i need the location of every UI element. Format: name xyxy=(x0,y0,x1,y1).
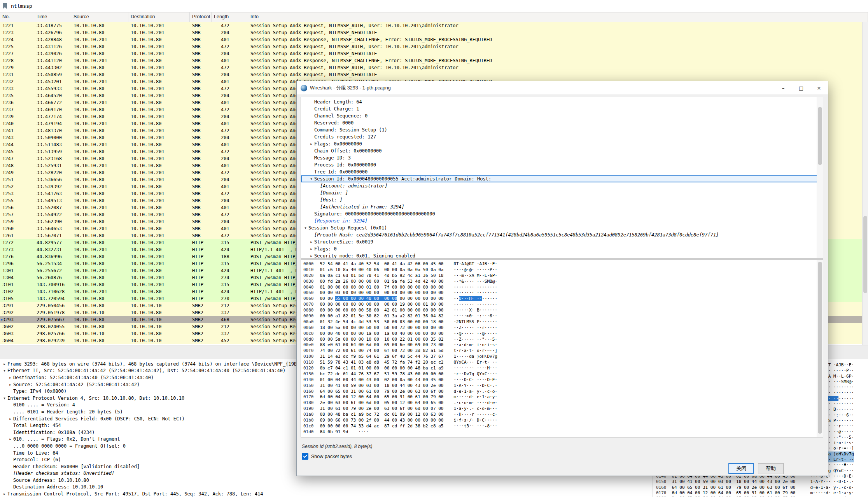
help-button[interactable]: 帮助 xyxy=(758,463,784,474)
hex-row[interactable]: 007000 00 00 00 00 00 00 00 00 00 19 00 … xyxy=(303,302,823,308)
hex-row[interactable]: 01706d 00 04 00 12 00 64 00 65 00 31 00 … xyxy=(303,394,823,400)
packet-row[interactable]: 122333.42679610.10.10.8010.10.10.201SMB2… xyxy=(0,29,868,36)
tree-line[interactable]: [Domain: ] xyxy=(301,189,823,196)
expander-icon[interactable]: ▸ xyxy=(308,240,314,244)
hex-row[interactable]: 01200b e7 04 c1 01 01 00 00 00 00 00 00 … xyxy=(303,366,823,371)
column-header-protocol[interactable]: Protocol xyxy=(190,12,212,22)
tree-line[interactable]: Destination Address: 10.10.10.10 xyxy=(0,484,652,491)
hex-row[interactable]: 0130bc 72 dc 01 44 76 37 67 51 59 78 43 … xyxy=(303,371,823,377)
line-text[interactable]: [Response in: 3294] xyxy=(314,218,368,224)
bookmark-icon[interactable] xyxy=(3,3,7,9)
tree-line[interactable]: Message ID: 3 xyxy=(301,154,823,161)
hex-row[interactable]: 00a001 32 4e 54 4c 4d 53 53 50 00 03 00 … xyxy=(303,319,823,325)
tree-line[interactable]: Process Id: 0x00000000 xyxy=(301,161,823,168)
column-header-destination[interactable]: Destination xyxy=(128,12,190,22)
expander-icon[interactable]: ▸ xyxy=(308,247,314,251)
tree-line[interactable]: Tree Id: 0x00000000 xyxy=(301,168,823,175)
hex-row[interactable]: 01706d 00 04 00 12 00 64 00 65 00 31 00 … xyxy=(656,490,868,496)
tree-line[interactable]: ▸Flags: 0x00000000 xyxy=(301,140,823,147)
packet-row[interactable]: 122933.44330210.10.10.8010.10.10.201SMB4… xyxy=(0,64,868,71)
tree-line[interactable]: Credits requested: 127 xyxy=(301,133,823,140)
hex-row[interactable]: 003000 fd 2a 26 00 00 00 00 01 9a fe 53 … xyxy=(303,279,823,285)
hex-row[interactable]: 01a008 00 48 ba c1 a9 bc 72 dc 01 09 00 … xyxy=(303,412,823,418)
expander-icon[interactable]: ▾ xyxy=(303,226,308,230)
hex-row[interactable]: 008000 00 00 00 00 00 58 00 42 01 00 00 … xyxy=(303,308,823,313)
maximize-icon[interactable]: □ xyxy=(792,81,810,94)
column-header-info[interactable]: Info xyxy=(248,12,868,22)
packet-list-scrollbar[interactable] xyxy=(862,22,868,345)
dialog-hex-scrollbar[interactable] xyxy=(817,260,823,437)
close-icon[interactable]: × xyxy=(810,81,828,94)
hex-row[interactable]: 00b018 00 5a 00 00 00 b0 00 b0 00 72 00 … xyxy=(303,325,823,331)
hex-row[interactable]: 011051 59 78 43 41 03 e8 d8 45 72 fa 74 … xyxy=(303,360,823,366)
scrollbar-thumb[interactable] xyxy=(863,216,867,293)
column-header-time[interactable]: Time xyxy=(34,12,71,22)
dialog-titlebar[interactable]: Wireshark · 分组 3293 · 1-pth.pcapng – □ × xyxy=(297,81,828,95)
tree-line[interactable]: ▸Transmission Control Protocol, Src Port… xyxy=(0,490,652,497)
checkbox-checked-icon[interactable] xyxy=(302,453,308,460)
tree-line[interactable]: Reserved: 0000 xyxy=(301,119,823,126)
hex-row[interactable]: 015031 00 41 00 59 00 03 00 18 00 44 00 … xyxy=(656,479,868,485)
packet-row[interactable]: 122533.43112610.10.10.8010.10.10.201SMB4… xyxy=(0,43,868,50)
packet-row[interactable]: 122433.42884810.10.10.20110.10.10.80SMB4… xyxy=(0,36,868,43)
expander-icon[interactable]: ▸ xyxy=(308,254,314,258)
dialog-tree-scrollbar[interactable] xyxy=(817,97,823,258)
expander-icon[interactable]: ▾ xyxy=(308,177,314,181)
expander-icon[interactable]: ▸ xyxy=(7,376,13,380)
expander-icon[interactable]: ▸ xyxy=(2,362,7,366)
show-packet-bytes-row[interactable]: Show packet bytes xyxy=(302,453,352,460)
hex-row[interactable]: 016064 00 65 00 31 00 61 00 79 00 2e 00 … xyxy=(303,389,823,395)
expander-icon[interactable]: ▸ xyxy=(2,492,7,496)
tree-line[interactable]: Channel Sequence: 0 xyxy=(301,112,823,119)
hex-row[interactable]: 00d000 00 5a 00 00 00 10 00 10 00 22 01 … xyxy=(303,337,823,343)
hex-row[interactable]: 016064 00 65 00 31 00 61 00 79 00 2e 00 … xyxy=(656,485,868,490)
tree-line[interactable]: [Preauth Hash: cea2d356476161d6b2cbb9659… xyxy=(301,231,823,238)
tree-line[interactable]: ▸Flags: 0 xyxy=(301,245,823,252)
hex-row[interactable]: 019031 00 61 00 79 00 2e 00 63 00 6f 00 … xyxy=(303,406,823,412)
hex-row[interactable]: 004001 00 00 00 00 00 01 00 7f 00 00 00 … xyxy=(303,285,823,290)
expander-icon[interactable]: ▸ xyxy=(308,142,314,146)
tree-line[interactable]: Chain Offset: 0x00000000 xyxy=(301,147,823,154)
close-button[interactable]: 关闭 xyxy=(728,463,754,474)
hex-row[interactable]: 01b069 00 66 00 73 00 2f 00 44 00 43 00 … xyxy=(303,418,823,424)
packet-row[interactable]: 122733.43902610.10.10.8010.10.10.201SMB2… xyxy=(0,50,868,57)
tree-line[interactable]: [Authenticated in Frame: 3294] xyxy=(301,203,823,210)
hex-row[interactable]: 00c000 00 40 00 00 00 1a 00 1a 00 40 00 … xyxy=(303,331,823,337)
tree-line[interactable]: Header Length: 64 xyxy=(301,98,823,105)
scrollbar-thumb[interactable] xyxy=(818,262,822,434)
tree-line[interactable]: Command: Session Setup (1) xyxy=(301,126,823,133)
hex-row[interactable]: 01802e 00 63 00 6f 00 6d 00 05 00 12 00 … xyxy=(303,400,823,406)
hex-row[interactable]: 014001 00 04 00 44 00 43 00 02 00 0a 00 … xyxy=(303,377,823,383)
tree-line[interactable]: [Account: administrator] xyxy=(301,182,823,189)
expander-icon[interactable]: ▸ xyxy=(7,383,13,387)
minimize-icon[interactable]: – xyxy=(774,81,792,94)
tree-line[interactable]: ▾Session Setup Request (0x01) xyxy=(301,224,823,231)
scrollbar-thumb[interactable] xyxy=(818,107,822,165)
expander-icon[interactable]: ▾ xyxy=(2,369,7,373)
tree-line[interactable]: Source Address: 10.10.10.80 xyxy=(0,477,652,484)
column-header-source[interactable]: Source xyxy=(71,12,128,22)
expander-icon[interactable]: ▸ xyxy=(7,437,13,441)
hex-row[interactable]: 00e088 e0 61 00 64 00 6d 00 69 00 6e 00 … xyxy=(303,342,823,348)
tree-line[interactable]: Signature: 00000000000000000000000000000… xyxy=(301,210,823,217)
column-header-length[interactable]: Length xyxy=(212,12,248,22)
packet-row[interactable]: 123133.45085910.10.10.8010.10.10.201SMB2… xyxy=(0,71,868,78)
tree-line[interactable]: [Host: ] xyxy=(301,196,823,203)
hex-row[interactable]: 000052 54 00 41 4a 40 52 54 00 41 4a 42 … xyxy=(303,261,823,267)
hex-row[interactable]: 001001 c6 10 8a 40 00 40 06 00 00 0a 0a … xyxy=(303,267,823,273)
hex-row[interactable]: 01d084 0b 91 9d···· xyxy=(303,429,823,435)
hex-row[interactable]: 015031 00 41 00 59 00 03 00 18 00 44 00 … xyxy=(303,383,823,389)
hex-row[interactable]: 01c000 00 00 00 74 33 d4 ac 87 cd ff 2d … xyxy=(303,424,823,429)
tree-line[interactable]: ▾Session Id: 0x0000480000000055 Acct:adm… xyxy=(301,175,823,182)
expander-icon[interactable]: ▸ xyxy=(7,417,13,421)
hex-row[interactable]: 009000 00 a1 82 01 3e 30 82 01 3a a2 82 … xyxy=(303,313,823,319)
hex-row[interactable]: 010031 14 e3 dc f9 b5 64 61 29 6f 48 5c … xyxy=(303,354,823,360)
tree-line[interactable]: ▸StructureSize: 0x0019 xyxy=(301,238,823,245)
column-header-no[interactable]: No. xyxy=(0,12,34,22)
packet-row[interactable]: 122833.44112010.10.10.20110.10.10.80SMB4… xyxy=(0,57,868,64)
hex-row[interactable]: 00200a 0a c1 6d 01 bd 78 41 4d b5 92 4c … xyxy=(303,273,823,279)
tree-line[interactable]: [Response in: 3294] xyxy=(301,217,823,224)
tree-line[interactable]: Credit Charge: 1 xyxy=(301,105,823,112)
hex-row[interactable]: 00f074 00 72 00 61 00 74 00 6f 00 72 00 … xyxy=(303,348,823,354)
filter-input[interactable]: ntlmssp xyxy=(11,3,32,9)
